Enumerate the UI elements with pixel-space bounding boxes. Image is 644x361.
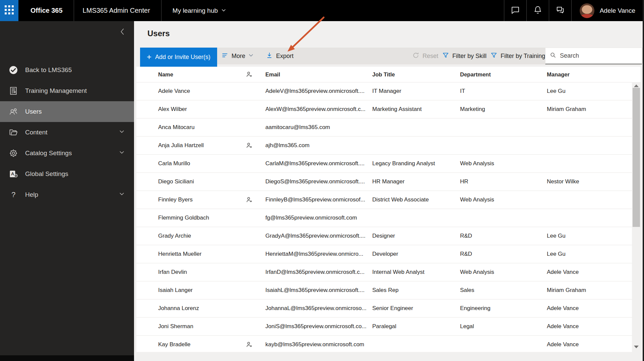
filter-by-skill-button[interactable]: Filter by Skill	[442, 48, 487, 64]
user-email-cell: IsaiahL@lms365preview.onmicrosoft....	[265, 282, 370, 299]
filter-icon	[442, 52, 449, 61]
table-row[interactable]: Joni ShermanJoniS@lms365preview.onmicros…	[136, 318, 641, 336]
column-header-department[interactable]: Department	[460, 67, 544, 82]
search-input[interactable]	[560, 52, 638, 59]
users-table: Name Email Job Title Department Manager …	[136, 67, 641, 352]
user-name: Adele Vance	[600, 7, 635, 14]
table-row[interactable]: Anja Julia Hartzellajh@lms365.com	[136, 137, 641, 155]
office365-brand[interactable]: Office 365	[30, 7, 63, 14]
table-row[interactable]: Johanna LorenzJohannaL@lms365preview.onm…	[136, 300, 641, 318]
user-name-cell: Adele Vance	[158, 82, 242, 100]
user-job-title-cell: Developer	[372, 245, 458, 263]
sidebar-item-label: Training Management	[25, 87, 125, 95]
column-header-name[interactable]: Name	[158, 67, 242, 82]
table-row[interactable]: Isaiah LangerIsaiahL@lms365preview.onmic…	[136, 282, 641, 300]
user-email-cell: JoniS@lms365preview.onmicrosoft.co...	[265, 318, 370, 335]
vertical-scrollbar[interactable]	[632, 82, 641, 352]
more-icon	[221, 52, 229, 61]
user-name-cell: Joni Sherman	[158, 318, 242, 335]
scrollbar-thumb[interactable]	[633, 88, 640, 227]
more-button[interactable]: More	[221, 48, 254, 64]
user-manager-cell: Miriam Graham	[547, 282, 629, 299]
sidebar-item-content[interactable]: Content	[0, 122, 134, 143]
table-row[interactable]: Alex WilberAlexW@lms365preview.onmicroso…	[136, 101, 641, 119]
user-name-cell: Henrietta Mueller	[158, 245, 242, 263]
chat-button[interactable]	[504, 0, 526, 21]
table-row[interactable]: Finnley ByersFinnleyB@lms365preview.onmi…	[136, 191, 641, 209]
scroll-down-arrow[interactable]	[632, 343, 641, 351]
table-row[interactable]: Diego SicilianiDiegoS@lms365preview.onmi…	[136, 173, 641, 191]
svg-text:A: A	[11, 171, 14, 176]
sidebar-item-label: Help	[25, 191, 119, 198]
plus-icon: +	[147, 53, 151, 61]
sidebar-item-catalog-settings[interactable]: Catalog Settings	[0, 143, 134, 164]
table-row[interactable]: Carla MurilloCarlaM@lms365preview.onmicr…	[136, 155, 641, 173]
learning-hub-menu[interactable]: My learning hub	[173, 7, 226, 14]
sidebar-item-label: Content	[25, 129, 119, 136]
user-department-cell: R&D	[460, 245, 544, 263]
column-header-email[interactable]: Email	[265, 67, 370, 82]
gear-icon	[8, 148, 18, 158]
table-row[interactable]: Anca Mitocaruaamitocaru@lms365.com	[136, 119, 641, 137]
sidebar-item-users[interactable]: Users	[0, 101, 134, 122]
user-name-cell: Finnley Byers	[158, 191, 242, 208]
user-email-cell: AlexW@lms365preview.onmicrosoft.c...	[265, 101, 370, 118]
admin-center-title: LMS365 Admin Center	[83, 7, 150, 14]
user-job-title-cell: District Web Associate	[372, 191, 458, 208]
sidebar-footer	[0, 355, 134, 361]
user-department-cell: Engineering	[460, 300, 544, 317]
account-menu[interactable]: Adele Vance	[572, 3, 644, 18]
user-email-cell: aamitocaru@lms365.com	[265, 119, 370, 136]
add-or-invite-users-button[interactable]: + Add or Invite User(s)	[140, 48, 217, 67]
user-department-cell: Web Analysis	[460, 263, 544, 281]
feedback-button[interactable]	[549, 0, 571, 21]
user-job-title-cell: Paralegal	[372, 318, 458, 335]
search-box[interactable]	[545, 48, 642, 64]
user-name-cell: Anca Mitocaru	[158, 119, 242, 136]
user-avatar	[580, 3, 594, 18]
column-header-manager[interactable]: Manager	[547, 67, 629, 82]
user-name-cell: Carla Murillo	[158, 155, 242, 172]
user-name-cell: Johanna Lorenz	[158, 300, 242, 317]
table-row[interactable]: Irfan DevlinIrfanD@lms365preview.onmicro…	[136, 263, 641, 282]
user-department-cell	[460, 119, 544, 136]
sidebar-item-global-settings[interactable]: AGlobal Settings	[0, 164, 134, 184]
user-name-cell: Irfan Devlin	[158, 263, 242, 281]
guest-user-column-icon[interactable]	[243, 67, 255, 82]
user-job-title-cell	[372, 119, 458, 136]
user-email-cell: IrfanD@lms365preview.onmicrosoft.c...	[265, 263, 370, 281]
office365-suite-bar: Office 365 LMS365 Admin Center My learni…	[0, 0, 644, 21]
sidebar-nav: Back to LMS365Training ManagementUsersCo…	[0, 60, 134, 205]
notifications-button[interactable]	[527, 0, 549, 21]
app-launcher-button[interactable]	[0, 0, 18, 21]
chevron-down-icon	[221, 7, 226, 14]
filter-by-training-button[interactable]: Filter by Training	[490, 48, 545, 64]
user-name-cell: Flemming Goldbach	[158, 209, 242, 227]
reset-button[interactable]: Reset	[412, 48, 438, 64]
table-row[interactable]: Grady ArchieGradyA@lms365preview.onmicro…	[136, 227, 641, 245]
download-icon	[266, 52, 273, 61]
folder-icon	[8, 127, 18, 137]
sidebar-item-training-management[interactable]: Training Management	[0, 80, 134, 101]
column-header-job-title[interactable]: Job Title	[372, 67, 458, 82]
user-department-cell: Web Analysis	[460, 191, 544, 208]
table-row[interactable]: Flemming Goldbachfg@lms365preview.onmicr…	[136, 209, 641, 227]
user-manager-cell: Lee Gu	[547, 227, 629, 245]
export-button[interactable]: Export	[266, 48, 294, 64]
sidebar-item-help[interactable]: ?Help	[0, 184, 134, 205]
user-manager-cell: Lee Gu	[547, 245, 629, 263]
user-job-title-cell: Sales Rep	[372, 282, 458, 299]
bell-icon	[533, 5, 542, 16]
chevron-down-icon	[248, 53, 254, 60]
user-email-cell: DiegoS@lms365preview.onmicrosoft....	[265, 173, 370, 190]
table-row[interactable]: Henrietta MuellerHenriettaM@lms365previe…	[136, 245, 641, 263]
document-icon	[8, 86, 18, 96]
user-job-title-cell	[372, 137, 458, 154]
sidebar-collapse-button[interactable]	[116, 24, 129, 38]
user-manager-cell: Lee Gu	[547, 82, 629, 100]
table-row[interactable]: Adele VanceAdeleV@lms365preview.onmicros…	[136, 82, 641, 101]
table-row[interactable]: Kay Bradellekayb@lms365preview.onmicroso…	[136, 336, 641, 352]
sidebar: Back to LMS365Training ManagementUsersCo…	[0, 21, 134, 361]
sidebar-item-back-to-lms365[interactable]: Back to LMS365	[0, 60, 134, 80]
user-job-title-cell	[372, 209, 458, 227]
